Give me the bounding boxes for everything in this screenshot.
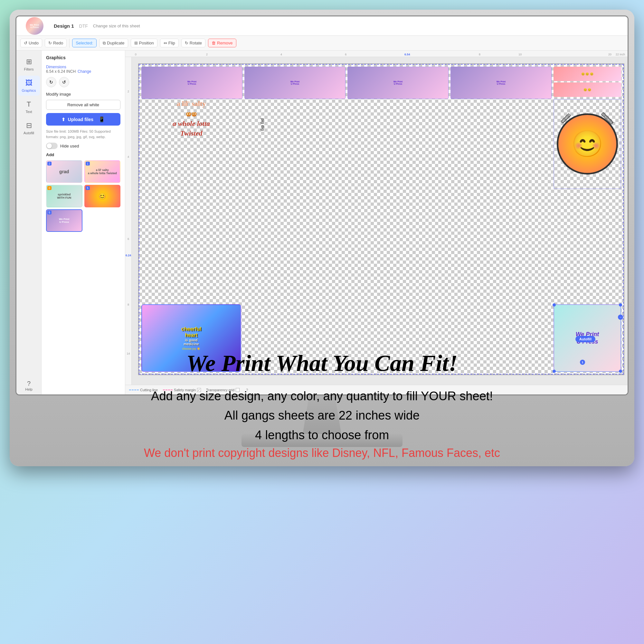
- refresh-icon-btn[interactable]: ↻: [46, 77, 56, 87]
- change-dimensions-button[interactable]: Change: [78, 69, 91, 74]
- selected-label: Selected:: [76, 41, 93, 45]
- graphics-icon: 🖼: [25, 79, 33, 87]
- flip-icon: ⇔: [164, 41, 167, 45]
- thumb-content-2: a lil' saltya whole lotta Twisted: [87, 167, 118, 176]
- hide-used-row: Hide used: [46, 143, 120, 149]
- thumb-content-4: 😊: [97, 191, 108, 201]
- design-item-weprint-2[interactable]: We PrintU Press: [244, 67, 346, 99]
- remove-icon: 🗑: [212, 41, 216, 45]
- add-section-label: Add: [46, 152, 120, 157]
- text-section: We Print What You Can Fit! Add any size …: [19, 350, 625, 460]
- remove-button[interactable]: 🗑 Remove: [208, 39, 236, 47]
- design-pig-sign[interactable]: pig dig: [245, 99, 280, 150]
- hide-used-toggle[interactable]: [46, 143, 58, 149]
- ruler-vertical: 2 4 6 6.24 8 14: [125, 57, 132, 385]
- rotate-label: Rotate: [190, 41, 202, 45]
- thumbnail-4[interactable]: 5 😊: [84, 185, 121, 207]
- thumb-badge-4: 5: [86, 186, 90, 190]
- redo-label: Redo: [53, 41, 63, 45]
- sidebar-item-filters[interactable]: ⊞ Filters: [18, 54, 40, 74]
- design-title: Design 1: [54, 23, 74, 29]
- undo-button[interactable]: ↺ Undo: [20, 39, 42, 47]
- thumbnail-1[interactable]: 2 grad: [46, 160, 82, 183]
- filters-icon: ⊞: [26, 58, 32, 66]
- redo-button[interactable]: ↻ Redo: [45, 39, 67, 47]
- flip-button[interactable]: ⇔ Flip: [160, 39, 179, 47]
- remove-label: Remove: [217, 41, 232, 45]
- dimensions-section: Dimensions 6.54 x 6.24 INCH Change: [46, 65, 120, 74]
- copyright-text: We don't print copyright designs like Di…: [19, 446, 625, 460]
- filters-label: Filters: [24, 67, 34, 71]
- position-icon: ⊞: [134, 41, 138, 45]
- design-smiley-large[interactable]: 😊 100 DAYS OF SCHOOL: [554, 99, 621, 189]
- undo-label: Undo: [29, 41, 39, 45]
- upload-icon: ⬆: [62, 117, 65, 122]
- autofill-icon: ⊟: [26, 121, 32, 130]
- design-salty-section[interactable]: a lil' salty 🥨🥨 a whole lottaTwisted: [141, 99, 241, 150]
- dimensions-label: Dimensions: [46, 65, 120, 69]
- redo-icon: ↻: [48, 41, 52, 45]
- design-item-weprint-1[interactable]: We PrintU Press: [141, 67, 242, 99]
- logo-icon: We PrintU Press: [26, 17, 43, 35]
- body-line-3: 4 lengths to choose from: [19, 425, 625, 445]
- design-type-label: DTF: [79, 24, 88, 29]
- flip-label: Flip: [168, 41, 175, 45]
- sidebar-item-text[interactable]: T Text: [18, 97, 40, 117]
- position-label: Position: [139, 41, 154, 45]
- headline-text: We Print What You Can Fit!: [19, 350, 625, 377]
- canvas-with-ruler: 2 4 6 6.24 8 14: [125, 57, 628, 385]
- text-label: Text: [25, 110, 32, 114]
- canvas-area: 0 2 4 6 6.54 8 10 20 22 inch: [125, 51, 628, 394]
- duplicate-label: Duplicate: [107, 41, 124, 45]
- duplicate-icon: ⧉: [103, 41, 106, 46]
- autofill-label: Autofill: [24, 131, 34, 135]
- duplicate-button[interactable]: ⧉ Duplicate: [99, 39, 128, 48]
- mobile-icon: 📱: [99, 116, 105, 122]
- thumb-badge-2: 1: [86, 162, 90, 166]
- app-header: We PrintU Press Design 1 DTF Change size…: [16, 16, 628, 36]
- sidebar-item-autofill[interactable]: ⊟ Autofill: [18, 118, 40, 138]
- back-icon-btn[interactable]: ↺: [59, 77, 69, 87]
- body-line-1: Add any size design, any color, any quan…: [19, 386, 625, 406]
- panel: Graphics Dimensions 6.54 x 6.24 INCH Cha…: [42, 51, 125, 394]
- rotate-button[interactable]: ↻ Rotate: [181, 39, 205, 47]
- change-size-link[interactable]: Change size of this sheet: [93, 24, 140, 28]
- ruler-horizontal: 0 2 4 6 6.54 8 10 20 22 inch: [125, 51, 628, 57]
- inch-label: 22 inch: [616, 53, 625, 56]
- autofill-badge[interactable]: Autofill: [575, 336, 595, 342]
- selected-button[interactable]: Selected:: [72, 39, 97, 47]
- thumb-badge-5: 5: [47, 211, 52, 214]
- thumbnail-5[interactable]: 5 We PrintU Press: [46, 209, 82, 232]
- monitor-screen: We PrintU Press Design 1 DTF Change size…: [15, 15, 629, 395]
- thumb-content-5: We PrintU Press: [58, 216, 71, 225]
- design-item-weprint-3[interactable]: We PrintU Press: [347, 67, 449, 99]
- upload-files-button[interactable]: ⬆ Upload files 📱: [46, 113, 120, 126]
- remove-all-white-button[interactable]: Remove all white: [46, 100, 120, 110]
- modify-image-label: Modify image: [46, 92, 120, 97]
- thumb-badge-3: 0: [47, 186, 52, 190]
- upload-info: Size file limit: 100MB Files: 50 Support…: [46, 129, 120, 139]
- main-content: ⊞ Filters 🖼 Graphics T Text ⊟ Autofill: [16, 51, 628, 394]
- toolbar: ↺ Undo ↻ Redo Selected: ⧉ Duplicate ⊞ P: [16, 36, 628, 51]
- text-icon: T: [27, 100, 31, 109]
- body-line-2: All gangs sheets are 22 inches wide: [19, 406, 625, 425]
- header-center: Design 1 DTF Change size of this sheet: [47, 23, 622, 29]
- thumb-content-1: grad: [58, 168, 70, 175]
- position-button[interactable]: ⊞ Position: [131, 39, 157, 47]
- graphics-label: Graphics: [22, 89, 36, 92]
- upload-label: Upload files: [68, 117, 93, 122]
- toolbar-divider-1: [69, 39, 70, 48]
- canvas-workspace[interactable]: We PrintU Press We PrintU Press We Print…: [132, 57, 628, 385]
- design-canvas[interactable]: We PrintU Press We PrintU Press We Print…: [138, 63, 624, 375]
- thumb-badge-1: 2: [47, 162, 52, 166]
- thumb-content-3: sprinkledWITH FUN: [56, 192, 72, 201]
- design-item-weprint-4[interactable]: We PrintU Press: [450, 67, 552, 99]
- thumbnails-grid: 2 grad 1 a lil' saltya whole lotta Twist…: [46, 160, 120, 232]
- thumbnail-2[interactable]: 1 a lil' saltya whole lotta Twisted: [84, 160, 121, 183]
- sidebar-item-graphics[interactable]: 🖼 Graphics: [18, 76, 40, 96]
- dimensions-value: 6.54 x 6.24 INCH: [46, 69, 76, 74]
- rotate-icon: ↻: [185, 41, 188, 45]
- thumbnail-3[interactable]: 0 sprinkledWITH FUN: [46, 185, 82, 207]
- monitor-container: We PrintU Press Design 1 DTF Change size…: [10, 10, 634, 466]
- ruler-value: 6.54: [404, 53, 410, 56]
